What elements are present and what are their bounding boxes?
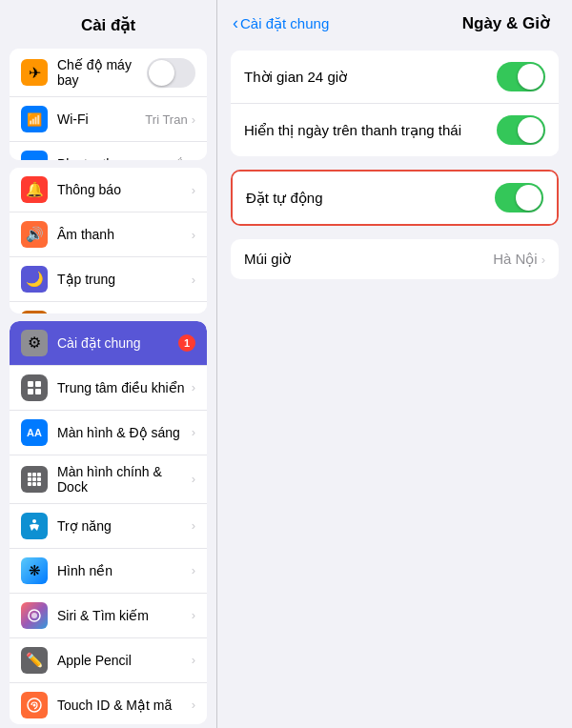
settings-group-timezone: Múi giờ Hà Nội › bbox=[231, 239, 559, 279]
touchid-icon bbox=[21, 692, 48, 718]
svg-rect-11 bbox=[32, 482, 36, 486]
sidebar-item-label-pencil: Apple Pencil bbox=[57, 653, 192, 668]
svg-point-17 bbox=[33, 703, 36, 706]
sidebar-item-label-notifications: Thông báo bbox=[57, 182, 192, 197]
settings-row-24h[interactable]: Thời gian 24 giờ bbox=[231, 51, 559, 104]
wifi-value: Tri Tran bbox=[145, 112, 187, 127]
chevron-right-icon14: › bbox=[192, 698, 195, 712]
settings-row-timezone[interactable]: Múi giờ Hà Nội › bbox=[231, 239, 559, 279]
chevron-right-icon4: › bbox=[192, 228, 195, 242]
toggle-auto[interactable] bbox=[495, 183, 543, 212]
sidebar-item-focus[interactable]: 🌙 Tập trung › bbox=[10, 257, 207, 302]
toggle-thumb bbox=[149, 60, 174, 86]
sidebar-item-label-sounds: Âm thanh bbox=[57, 227, 192, 242]
timezone-value: Hà Nội bbox=[493, 251, 538, 268]
sidebar-item-wifi[interactable]: 📶 Wi-Fi Tri Tran › bbox=[10, 97, 207, 142]
svg-rect-0 bbox=[28, 381, 33, 387]
accessibility-icon bbox=[21, 513, 48, 539]
settings-row-showdate[interactable]: Hiển thị ngày trên thanh trạng thái bbox=[231, 104, 559, 156]
main-panel: ‹ Cài đặt chung Ngày & Giờ Thời gian 24 … bbox=[217, 0, 572, 728]
focus-icon: 🌙 bbox=[21, 266, 48, 293]
back-button[interactable]: ‹ Cài đặt chung bbox=[233, 13, 329, 33]
sidebar-item-homescreen[interactable]: Màn hình chính & Dock › bbox=[10, 455, 207, 504]
sidebar-item-wallpaper[interactable]: ❋ Hình nền › bbox=[10, 549, 207, 594]
pencil-icon: ✏️ bbox=[21, 647, 48, 674]
general-badge: 1 bbox=[178, 334, 195, 352]
sidebar-item-touchid[interactable]: Touch ID & Mật mã › bbox=[10, 683, 207, 724]
sidebar-item-label-touchid: Touch ID & Mật mã bbox=[57, 698, 192, 713]
sidebar-item-label-accessibility: Trợ năng bbox=[57, 518, 192, 534]
sidebar-group-settings: ⚙ Cài đặt chung 1 Trung tâm điều khiển ›… bbox=[10, 321, 207, 724]
page-title: Ngày & Giờ bbox=[329, 13, 557, 33]
toggle-24h[interactable] bbox=[497, 62, 545, 91]
homescreen-icon bbox=[21, 466, 48, 493]
sidebar-item-sounds[interactable]: 🔊 Âm thanh › bbox=[10, 212, 207, 257]
chevron-right-icon11: › bbox=[192, 563, 195, 577]
chevron-right-icon12: › bbox=[192, 608, 195, 622]
svg-point-15 bbox=[31, 613, 37, 618]
svg-rect-4 bbox=[28, 473, 31, 476]
bluetooth-icon: B bbox=[21, 151, 48, 160]
sidebar-item-label-bluetooth: Bluetooth bbox=[57, 156, 169, 160]
airplane-icon: ✈ bbox=[21, 59, 48, 86]
toggle-thumb-auto bbox=[516, 185, 541, 211]
siri-icon bbox=[21, 602, 48, 629]
chevron-right-icon: › bbox=[192, 112, 195, 127]
sidebar-group-system: 🔔 Thông báo › 🔊 Âm thanh › 🌙 Tập trung ›… bbox=[10, 168, 207, 313]
sidebar-item-label-siri: Siri & Tìm kiếm bbox=[57, 608, 192, 623]
display-icon: AA bbox=[21, 419, 48, 446]
sidebar-item-label-focus: Tập trung bbox=[57, 272, 192, 287]
sidebar-item-label-display: Màn hình & Độ sáng bbox=[57, 425, 192, 440]
svg-rect-10 bbox=[28, 482, 31, 486]
svg-rect-12 bbox=[37, 482, 41, 486]
chevron-right-icon9: › bbox=[192, 472, 195, 486]
notifications-icon: 🔔 bbox=[21, 176, 48, 203]
label-showdate: Hiển thị ngày trên thanh trạng thái bbox=[244, 122, 497, 139]
wallpaper-icon: ❋ bbox=[21, 557, 48, 584]
sidebar-item-label-wallpaper: Hình nền bbox=[57, 563, 192, 578]
chevron-right-timezone: › bbox=[541, 253, 545, 267]
sidebar-item-airplane[interactable]: ✈ Chế độ máy bay bbox=[10, 49, 207, 97]
back-chevron-icon: ‹ bbox=[233, 13, 238, 33]
toggle-thumb-showdate bbox=[518, 117, 543, 143]
bluetooth-value: Tắt bbox=[169, 157, 188, 161]
svg-rect-5 bbox=[32, 473, 36, 476]
sidebar-item-bluetooth[interactable]: B Bluetooth Tắt › bbox=[10, 142, 207, 160]
svg-rect-8 bbox=[32, 477, 36, 481]
airplane-toggle[interactable] bbox=[147, 58, 195, 88]
chevron-right-icon10: › bbox=[192, 518, 195, 533]
toggle-showdate[interactable] bbox=[497, 115, 545, 145]
svg-rect-9 bbox=[37, 477, 41, 481]
settings-row-auto[interactable]: Đặt tự động bbox=[233, 172, 557, 224]
chevron-right-icon13: › bbox=[192, 653, 195, 667]
svg-rect-3 bbox=[35, 389, 41, 394]
sidebar-item-pencil[interactable]: ✏️ Apple Pencil › bbox=[10, 638, 207, 683]
content-area: Thời gian 24 giờ Hiển thị ngày trên than… bbox=[217, 41, 572, 728]
sidebar-item-screentime[interactable]: ⏳ Thời gian sử dụng › bbox=[10, 302, 207, 313]
sidebar-item-accessibility[interactable]: Trợ năng › bbox=[10, 504, 207, 549]
label-auto: Đặt tự động bbox=[246, 190, 495, 207]
toggle-thumb-24h bbox=[518, 64, 543, 90]
settings-group-time: Thời gian 24 giờ Hiển thị ngày trên than… bbox=[231, 51, 559, 156]
svg-rect-7 bbox=[28, 477, 31, 481]
nav-bar: ‹ Cài đặt chung Ngày & Giờ bbox=[217, 0, 572, 41]
sidebar-item-general[interactable]: ⚙ Cài đặt chung 1 bbox=[10, 321, 207, 366]
wifi-icon: 📶 bbox=[21, 106, 48, 132]
sidebar-item-siri[interactable]: Siri & Tìm kiếm › bbox=[10, 594, 207, 638]
sidebar-item-label-airplane: Chế độ máy bay bbox=[57, 57, 147, 88]
sidebar-item-notifications[interactable]: 🔔 Thông báo › bbox=[10, 168, 207, 212]
sidebar-title: Cài đặt bbox=[0, 0, 216, 45]
label-24h: Thời gian 24 giờ bbox=[244, 69, 497, 86]
svg-rect-6 bbox=[37, 473, 41, 476]
chevron-right-icon8: › bbox=[192, 425, 195, 439]
back-label[interactable]: Cài đặt chung bbox=[240, 15, 329, 32]
sidebar-item-label-homescreen: Màn hình chính & Dock bbox=[57, 464, 192, 495]
sidebar-item-display[interactable]: AA Màn hình & Độ sáng › bbox=[10, 411, 207, 455]
chevron-right-icon2: › bbox=[192, 157, 195, 161]
sidebar: Cài đặt ✈ Chế độ máy bay 📶 Wi-Fi Tri Tra… bbox=[0, 0, 217, 728]
sidebar-item-control[interactable]: Trung tâm điều khiển › bbox=[10, 366, 207, 411]
settings-group-auto: Đặt tự động bbox=[231, 170, 559, 226]
svg-rect-2 bbox=[28, 389, 33, 394]
general-icon: ⚙ bbox=[21, 330, 48, 356]
control-icon bbox=[21, 374, 48, 401]
